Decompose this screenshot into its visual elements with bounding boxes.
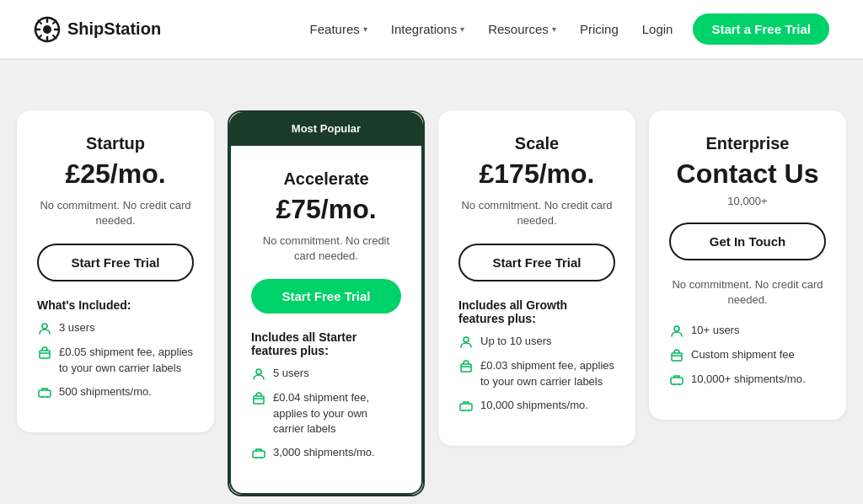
feature-shipment-fee-startup: £0.05 shipment fee, applies to your own … [37,345,194,375]
logo-icon [34,16,61,43]
svg-rect-3 [40,351,50,358]
features-label-accelerate: Includes all Starter features plus: [251,330,401,357]
svg-point-15 [463,410,464,411]
svg-point-11 [260,457,262,458]
cta-button-enterprise[interactable]: Get In Touch [669,223,826,260]
plan-price-scale: £175/mo. [458,158,615,190]
svg-point-6 [46,396,48,398]
svg-rect-8 [254,396,264,404]
feature-users-accelerate: 5 users [251,366,401,382]
navbar: ShipStation Features ▾ Integrations ▾ Re… [0,0,863,59]
cta-button-accelerate[interactable]: Start Free Trial [251,279,401,314]
feature-users-enterprise: 10+ users [669,323,826,339]
plan-card-startup: Startup £25/mo. No commitment. No credit… [17,110,214,432]
svg-point-7 [256,369,261,374]
nav-item-features[interactable]: Features ▾ [310,22,367,36]
chevron-down-icon: ▾ [460,24,464,34]
plan-card-scale: Scale £175/mo. No commitment. No credit … [438,110,635,446]
plan-users-enterprise: 10,000+ [669,195,826,207]
feature-shipments-scale: 10,000 shipments/mo. [458,398,615,414]
svg-point-10 [255,457,257,458]
feature-shipments-startup: 500 shipments/mo. [37,384,194,400]
user-icon [458,335,474,350]
svg-rect-9 [253,451,265,458]
plan-price-accelerate: £75/mo. [251,194,401,225]
plan-subtitle-startup: No commitment. No credit card needed. [37,198,194,228]
svg-point-5 [41,396,43,398]
box-icon [251,391,266,406]
ship-icon [458,399,474,414]
plan-subtitle-accelerate: No commitment. No credit card needed. [251,233,401,264]
svg-rect-13 [461,364,471,372]
plan-name-enterprise: Enterprise [669,134,826,153]
feature-shipment-fee-scale: £0.03 shipment fee, applies to your own … [458,358,615,389]
nav-item-resources[interactable]: Resources ▾ [488,22,556,36]
box-icon [669,348,684,363]
svg-rect-4 [39,390,51,397]
nav-item-integrations[interactable]: Integrations ▾ [391,22,464,36]
logo[interactable]: ShipStation [34,16,161,43]
plan-subtitle-enterprise: No commitment. No credit card needed. [669,277,826,308]
feature-shipments-enterprise: 10,000+ shipments/mo. [669,372,826,388]
box-icon [458,359,474,374]
svg-point-12 [464,337,469,342]
feature-shipments-accelerate: 3,000 shipments/mo. [251,445,401,461]
plan-card-accelerate: Most Popular Accelerate £75/mo. No commi… [228,110,425,496]
svg-point-17 [674,326,679,331]
svg-point-20 [673,383,675,385]
feature-shipment-fee-enterprise: Custom shipment fee [669,347,826,363]
svg-rect-14 [460,404,472,410]
svg-point-21 [678,383,680,385]
logo-text: ShipStation [67,19,161,39]
main-content: Startup £25/mo. No commitment. No credit… [0,60,863,504]
nav-item-login[interactable]: Login [642,22,673,36]
popular-badge: Most Popular [229,112,423,144]
feature-users-startup: 3 users [37,320,194,336]
plan-price-enterprise: Contact Us [669,158,826,190]
user-icon [669,324,684,339]
plan-name-accelerate: Accelerate [251,169,401,189]
user-icon [37,321,52,336]
user-icon [251,367,266,382]
features-label-scale: Includes all Growth features plus: [458,298,615,325]
plan-subtitle-scale: No commitment. No credit card needed. [458,198,615,228]
svg-rect-18 [672,353,682,361]
plan-name-startup: Startup [37,134,194,153]
ship-icon [251,446,266,461]
chevron-down-icon: ▾ [363,24,367,34]
cta-button-scale[interactable]: Start Free Trial [458,244,615,281]
svg-point-2 [42,324,47,329]
pricing-grid: Startup £25/mo. No commitment. No credit… [17,110,846,496]
ship-icon [669,373,684,388]
ship-icon [37,385,52,400]
nav-links: Features ▾ Integrations ▾ Resources ▾ Pr… [310,22,673,36]
plan-card-enterprise: Enterprise Contact Us 10,000+ Get In Tou… [649,110,846,420]
plan-price-startup: £25/mo. [37,158,194,190]
feature-users-scale: Up to 10 users [458,334,615,350]
nav-cta-button[interactable]: Start a Free Trial [693,13,829,45]
accelerate-card-inner: Accelerate £75/mo. No commitment. No cre… [229,144,423,495]
nav-item-pricing[interactable]: Pricing [580,22,619,36]
features-label-startup: What's Included: [37,298,194,312]
plan-name-scale: Scale [458,134,615,153]
chevron-down-icon: ▾ [552,24,556,34]
box-icon [37,346,52,361]
cta-button-startup[interactable]: Start Free Trial [37,244,194,281]
svg-rect-19 [671,378,683,384]
svg-point-1 [43,25,51,34]
svg-point-16 [468,410,469,411]
feature-shipment-fee-accelerate: £0.04 shipment fee, applies to your own … [251,390,401,437]
